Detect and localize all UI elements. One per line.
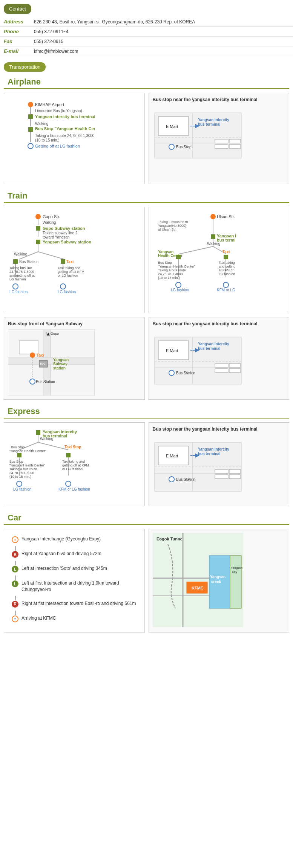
express-title: Express [4,403,289,419]
svg-rect-34 [36,226,40,231]
train-maps-row: Bus stop front of Yangsan Subway for Gup… [4,317,289,400]
svg-text:Bus Stop "Yangsan Health Cente: Bus Stop "Yangsan Health Center" [35,126,95,131]
svg-text:Ulsan Str.: Ulsan Str. [217,214,235,219]
svg-rect-126 [36,430,40,435]
svg-line-73 [179,246,213,254]
svg-text:Walking: Walking [40,437,53,441]
svg-rect-165 [229,469,241,473]
svg-text:Getting off at LG fashion: Getting off at LG fashion [35,144,80,148]
express-diagram: Yangsan intercity bus terminal Walking B… [4,422,145,506]
svg-text:Health Center: Health Center [158,254,183,258]
svg-rect-68 [211,234,215,239]
express-map: Bus stop near the yangsan intercity bus … [149,422,290,506]
car-step-4: L Left at first Intersection and driving… [12,580,137,593]
train-intercity-map-svg: E Mart Yangsan intercity bus terminal Bu… [153,329,243,390]
email-label: E-mail [0,46,30,56]
svg-text:Taxi: Taxi [37,353,44,357]
svg-rect-166 [229,475,241,479]
svg-point-13 [28,143,33,149]
svg-text:(10 to 15 min.): (10 to 15 min.) [35,138,59,142]
step1-badge: ● [12,536,18,543]
express-section: Express Yangsan intercity bus terminal W… [0,403,293,506]
svg-point-62 [210,214,216,219]
svg-text:at KFM or: at KFM or [219,268,234,272]
contact-info-table: Address 626-230 48, Eosil-ro, Yangsan-si… [0,17,293,56]
svg-text:Yangsan: Yangsan [53,358,69,362]
svg-text:Taking subway line 2: Taking subway line 2 [43,231,78,235]
svg-rect-137 [66,453,71,457]
svg-point-60 [60,284,66,289]
svg-text:E Mart: E Mart [166,124,178,129]
svg-text:City: City [232,570,237,574]
svg-point-108 [30,379,35,384]
svg-text:Gupo Str.: Gupo Str. [43,214,60,219]
svg-rect-8 [28,127,33,132]
svg-text:station: station [53,366,66,370]
train-title: Train [4,188,289,203]
svg-text:Walking: Walking [14,252,27,256]
car-map: Eogok Tunnel Yangsan creek Yangsan City … [149,529,290,633]
address-row: Address 626-230 48, Eosil-ro, Yangsan-si… [0,17,293,27]
svg-rect-172 [230,556,241,608]
address-value: 626-230 48, Eosil-ro, Yangsan-si, Gyeong… [30,17,293,27]
step-connector-1 [15,546,137,551]
svg-text:Walking: Walking [207,242,220,246]
svg-text:LG fashion: LG fashion [58,290,76,294]
car-title: Car [4,510,289,525]
svg-text:"Yangsan Health Center": "Yangsan Health Center" [158,265,195,268]
svg-rect-4 [28,114,33,119]
svg-text:and getting off: and getting off [219,265,236,268]
svg-text:Yangsan: Yangsan [231,566,242,569]
step1-text: Yangsan Interchange (Gyeongbu Expy) [21,536,101,542]
svg-text:Taking Limousine to: Taking Limousine to [158,220,188,224]
email-row: E-mail kfmc@kfmblower.com [0,46,293,56]
step4-text: Left at first Intersection and driving 1… [21,580,137,593]
phone-row: Phone 055) 372-0911~4 [0,27,293,37]
svg-text:Taking a bus route 24,78,78-1,: Taking a bus route 24,78,78-1,3000 [35,134,95,138]
svg-rect-78 [224,255,228,259]
step-connector-5 [15,611,137,615]
express-map-svg: E Mart Yangsan intercity bus terminal Bu… [153,435,243,497]
svg-text:Bus Station: Bus Station [19,260,38,264]
train-intercity-map: Bus stop near the yangsan intercity bus … [149,317,290,400]
airplane-diagram-svg: KIMHAE Airport Limousine Bus (to Yangsan… [8,97,95,180]
svg-text:(10 to 15 min.): (10 to 15 min.) [9,475,31,479]
svg-text:getting off at KFM: getting off at KFM [58,270,84,274]
svg-text:Bus Stop: Bus Stop [11,445,25,449]
train-ulsan-svg: Ulsan Str. Taking Limousine to Yangsan(N… [153,211,236,309]
svg-point-86 [176,282,181,288]
svg-point-54 [13,284,18,289]
train-subway-map-title: Bus stop front of Yangsan Subway [8,321,141,326]
train-left-diagram: Gupo Str. Walking Gupo Subway station Ta… [4,207,145,313]
car-steps-diagram: ● Yangsan Interchange (Gyeongbu Expy) R … [4,529,145,633]
svg-text:Subway: Subway [53,362,67,366]
train-diagrams-row: Gupo Str. Walking Gupo Subway station Ta… [4,207,289,313]
car-content: ● Yangsan Interchange (Gyeongbu Expy) R … [4,529,289,633]
svg-rect-27 [215,145,228,148]
svg-text:LG fashion: LG fashion [171,288,189,292]
airplane-busmap-svg: E Mart Yangsan intercity bus terminal Bu… [153,105,243,164]
car-step-2: R Right at Yangsan blvd and driving 572m [12,551,137,558]
fax-label: Fax [0,37,30,46]
train-section: Train Gupo Str. Walking Gupo Subway stat… [0,188,293,400]
svg-text:E Mart: E Mart [166,348,178,353]
svg-rect-163 [215,469,228,473]
email-value: kfmc@kfmblower.com [30,46,293,56]
svg-point-0 [28,102,33,107]
svg-point-117 [169,370,174,376]
svg-text:Yangsan intercity bus terminal: Yangsan intercity bus terminal [35,114,95,119]
airplane-section: Airplane KIMHAE Airport Limousine Bus (t… [0,74,293,184]
svg-text:toward Yangsan: toward Yangsan [43,235,69,239]
svg-line-132 [38,442,68,450]
train-subway-map-svg: for Gupo E/V Yangsan Subway station Taxi… [8,329,95,396]
svg-text:Yangsan(No.3000): Yangsan(No.3000) [158,224,186,228]
svg-text:at Ulsan Str.: at Ulsan Str. [158,228,176,231]
express-map-title: Bus stop near the yangsan intercity bus … [153,426,285,432]
svg-text:Taking a bus route: Taking a bus route [158,268,186,272]
airplane-diagram: KIMHAE Airport Limousine Bus (to Yangsan… [4,93,145,184]
svg-text:E Mart: E Mart [166,454,178,458]
svg-text:Taking bus line: Taking bus line [9,266,32,270]
address-label: Address [0,17,30,27]
airplane-map: Bus stop near the yangsan intercity bus … [149,93,290,184]
car-step-5: R Right at fist intersection toward Eosi… [12,600,137,608]
